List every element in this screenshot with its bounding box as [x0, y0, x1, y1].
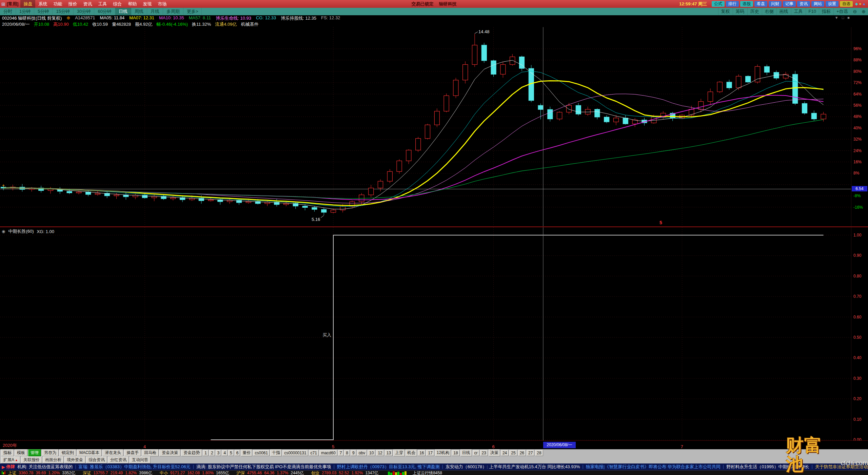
indicator-tab-26[interactable]: 26: [518, 450, 526, 456]
index-quote-创业[interactable]: 创业2789.0352.521.92%1347亿: [311, 471, 378, 475]
tab-button-指标[interactable]: 指标: [1, 449, 14, 456]
menu-item[interactable]: 系统: [35, 0, 50, 8]
quick-button-自选[interactable]: 自选: [840, 1, 853, 7]
split-pane-icon[interactable]: ■: [847, 16, 850, 20]
menu-item[interactable]: 帮助: [125, 0, 140, 8]
tool-画线[interactable]: 画线: [776, 8, 791, 15]
indicator-tab-16[interactable]: 16: [418, 450, 426, 456]
quick-button-看盘[interactable]: 看盘: [754, 1, 767, 7]
news-item[interactable]: 机构: 关注低估值蓝筹表现的: [17, 464, 73, 470]
function-tab-画面分析[interactable]: 画面分析: [43, 456, 64, 463]
function-tab-互动问答[interactable]: 互动问答: [130, 456, 151, 463]
indicator-tab-机会[interactable]: 机会: [406, 449, 417, 456]
news-item[interactable]: 东安动力（600178）: 上半年共生产发动机15.4万台 同比增长43.93%: [446, 464, 580, 470]
menu-item[interactable]: 发现: [140, 0, 155, 8]
tab-button-模板[interactable]: 模板: [15, 449, 27, 456]
period-item[interactable]: 30分钟: [74, 8, 94, 15]
indicator-tab-27[interactable]: 27: [527, 450, 534, 456]
menu-item[interactable]: 功能: [50, 0, 65, 8]
indicator-chart[interactable]: 买入: [0, 227, 851, 440]
news-item[interactable]: 独家电报|《智慧屏行业白皮书》即将公布 华为联合多家上市公司共同: [586, 464, 721, 470]
indicator-tab-cr[interactable]: cr: [473, 450, 479, 456]
period-item[interactable]: 60分钟: [94, 8, 115, 15]
quick-button-设置[interactable]: 设置: [826, 1, 839, 7]
indicator-tab-17[interactable]: 17: [426, 450, 434, 456]
indicator-tab-2[interactable]: 2: [209, 450, 215, 456]
indicator-tab-c71[interactable]: c71: [309, 450, 319, 456]
zoom-out-icon[interactable]: ⊖: [851, 9, 860, 14]
quick-button-问财[interactable]: 问财: [769, 1, 782, 7]
indicator-tab-cs0061[interactable]: cs0061: [253, 450, 270, 456]
tool-筹码[interactable]: 筹码: [733, 8, 747, 15]
menu-item[interactable]: 市场: [155, 0, 170, 8]
period-item[interactable]: 日线: [115, 8, 131, 15]
news-item[interactable]: 富瑞: 雅居乐（03383）中期盈利强劲, 升目标价至52.06元: [79, 464, 191, 470]
indicator-tab-9[interactable]: 9: [351, 450, 356, 456]
cloud-quote-label[interactable]: 上证云行情8458: [413, 471, 442, 475]
indicator-tab-28[interactable]: 28: [535, 450, 543, 456]
period-item[interactable]: 15分钟: [53, 8, 73, 15]
indicator-tab-7[interactable]: 7: [338, 450, 344, 456]
indicator-tab-量价[interactable]: 量价: [241, 449, 252, 456]
tab-button-操盘手[interactable]: 操盘手: [124, 449, 141, 456]
tab-button-另存为[interactable]: 另存为: [42, 449, 59, 456]
period-item[interactable]: 多周期: [163, 8, 183, 15]
tab-button-管理[interactable]: 管理: [28, 449, 41, 456]
quick-button-资讯[interactable]: 资讯: [797, 1, 810, 7]
indicator-tab-4[interactable]: 4: [222, 450, 228, 456]
quick-button-公式[interactable]: 公式: [712, 1, 725, 7]
tool-F10[interactable]: F10: [806, 8, 819, 15]
indicator-tab-23[interactable]: 23: [480, 450, 488, 456]
function-tab-扩展A[interactable]: 扩展A▲: [1, 456, 20, 463]
menu-item[interactable]: 工具: [95, 0, 110, 8]
index-quote-深证[interactable]: 深证13755.7219.491.82%3986亿: [83, 471, 152, 475]
indicator-tab-6[interactable]: 6: [235, 450, 240, 456]
news-item[interactable]: 滴滴: 股东协议中严禁任何私下股权交易 IPO不是滴滴当前最优先事项: [196, 464, 331, 470]
indicator-name[interactable]: 中期长胜(60): [8, 228, 34, 234]
app-icon-cyan[interactable]: ◆: [855, 2, 858, 6]
tab-button-资金趋势[interactable]: 资金趋势: [181, 449, 202, 456]
indicator-tab-12机构[interactable]: 12机构: [435, 449, 451, 456]
indicator-tab-3[interactable]: 3: [216, 450, 221, 456]
indicator-tab-12[interactable]: 12: [376, 450, 384, 456]
function-tab-关联报价[interactable]: 关联报价: [21, 456, 42, 463]
indicator-tab-上穿[interactable]: 上穿: [393, 449, 405, 456]
tool-指标[interactable]: 指标: [819, 8, 833, 15]
candlestick-chart[interactable]: 14.485.165+: [0, 27, 851, 226]
function-tab-境外资金[interactable]: 境外资金: [64, 456, 85, 463]
period-item[interactable]: 月线: [147, 8, 163, 15]
indicator-tab-日线[interactable]: 日线: [460, 449, 472, 456]
news-item[interactable]: 野村上调欧舒丹（00973）目标至13.3元, 惟下调盈测: [337, 464, 440, 470]
tab-button-锁定到[interactable]: 锁定到: [59, 449, 76, 456]
quick-button-网站[interactable]: 网站: [811, 1, 824, 7]
indicator-tab-5[interactable]: 5: [228, 450, 234, 456]
app-icon-blue[interactable]: ▲: [862, 2, 866, 6]
menu-item[interactable]: 资讯: [80, 0, 95, 8]
indicator-tab-24[interactable]: 24: [501, 450, 509, 456]
indicator-tab-cs00000131[interactable]: cs00000131: [282, 450, 308, 456]
index-quote-沪深[interactable]: 沪深4755.4664.361.37%2445亿: [237, 471, 304, 475]
indicator-tab-8[interactable]: 8: [344, 450, 350, 456]
menu-item[interactable]: 操盘: [20, 0, 35, 8]
tool-复权[interactable]: 复权: [718, 8, 733, 15]
tab-button-资金决策[interactable]: 资金决策: [159, 449, 180, 456]
quick-button-选股[interactable]: 选股: [740, 1, 753, 7]
quick-button-排行[interactable]: 排行: [726, 1, 739, 7]
menu-item[interactable]: 报价: [65, 0, 80, 8]
function-tab-综合资讯[interactable]: 综合资讯: [86, 456, 107, 463]
indicator-tab-13[interactable]: 13: [385, 450, 393, 456]
tool-+自选[interactable]: +自选: [833, 8, 851, 15]
period-item[interactable]: 5分钟: [34, 8, 53, 15]
tab-button-MACD基本[interactable]: MACD基本: [77, 449, 102, 456]
indicator-tab-十指[interactable]: 十指: [270, 449, 282, 456]
tab-button-潜在龙头[interactable]: 潜在龙头: [102, 449, 123, 456]
maximize-pane-icon[interactable]: □: [842, 16, 844, 20]
workspace-selector[interactable]: [常用]: [7, 1, 19, 7]
tab-button-回马枪[interactable]: 回马枪: [142, 449, 159, 456]
index-quote-上证[interactable]: 上证3360.7839.691.20%3352亿: [8, 471, 75, 475]
period-item[interactable]: 分时: [0, 8, 16, 15]
function-tab-分红资讯[interactable]: 分红资讯: [108, 456, 129, 463]
window-grid-icon[interactable]: ⊞: [1, 1, 5, 7]
indicator-panel[interactable]: ◉ 中期长胜(60) XG: 1.00 买入 1.000.900.800.700…: [0, 227, 868, 440]
indicator-toggle-icon[interactable]: ◉: [2, 229, 5, 234]
